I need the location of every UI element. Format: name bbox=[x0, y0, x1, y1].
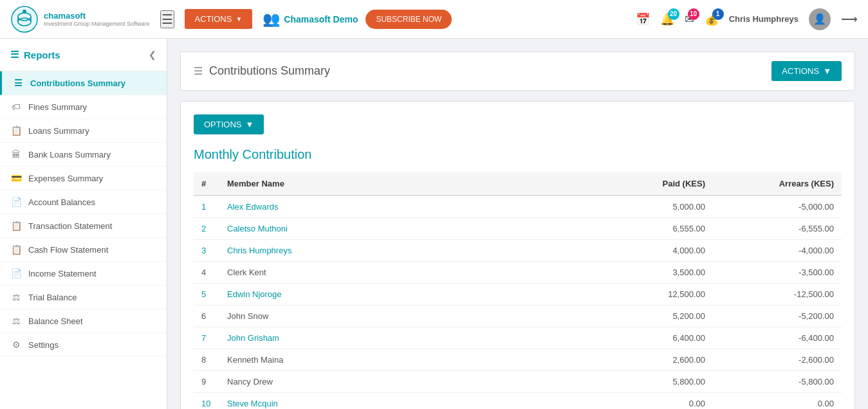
coin-badge: 1 bbox=[712, 8, 724, 20]
sidebar-item-expenses-summary[interactable]: 💳 Expenses Summary bbox=[0, 167, 167, 190]
fines-summary-icon: 🏷 bbox=[10, 102, 22, 112]
cell-name[interactable]: Caletso Muthoni bbox=[219, 218, 597, 240]
cell-arrears: -5,800.00 bbox=[713, 371, 842, 393]
balance-sheet-icon: ⚖ bbox=[10, 316, 22, 326]
logo: chamasoft Investment Group Management So… bbox=[10, 5, 150, 33]
group-icon: 👥 bbox=[263, 11, 280, 28]
cell-num: 6 bbox=[194, 305, 219, 327]
cell-arrears: -6,400.00 bbox=[713, 327, 842, 349]
col-header-arrears: Arrears (KES) bbox=[713, 172, 842, 195]
options-caret: ▼ bbox=[246, 120, 254, 129]
cell-name[interactable]: Steve Mcquin bbox=[219, 393, 597, 410]
sidebar-item-label: Balance Sheet bbox=[28, 316, 83, 326]
cell-arrears: -6,555.00 bbox=[713, 218, 842, 240]
table-row: 3Chris Humphreys4,000.00-4,000.00 bbox=[194, 240, 842, 262]
cell-arrears: -4,000.00 bbox=[713, 240, 842, 262]
group-info: 👥 Chamasoft Demo bbox=[263, 11, 358, 28]
hamburger-button[interactable]: ☰ bbox=[160, 10, 174, 28]
col-header-name: Member Name bbox=[219, 172, 597, 195]
subscribe-button[interactable]: SUBSCRIBE NOW bbox=[365, 10, 452, 29]
sidebar-item-label: Bank Loans Summary bbox=[28, 150, 111, 159]
user-name: Chris Humphreys bbox=[729, 14, 799, 24]
topbar-right: 📅 🔔 20 ✉ 10 💰 1 Chris Humphreys 👤 ⟶ bbox=[636, 8, 858, 30]
cell-num: 3 bbox=[194, 240, 219, 262]
avatar-icon: 👤 bbox=[813, 13, 826, 25]
signout-icon: ⟶ bbox=[841, 13, 858, 26]
cell-paid: 5,800.00 bbox=[597, 371, 713, 393]
cell-num: 4 bbox=[194, 262, 219, 284]
main-content: ☰ Contributions Summary ACTIONS ▼ OPTION… bbox=[167, 39, 868, 409]
coin-button[interactable]: 💰 1 bbox=[705, 12, 719, 26]
logo-icon bbox=[10, 5, 39, 33]
top-actions-button[interactable]: ACTIONS ▼ bbox=[185, 9, 253, 29]
avatar: 👤 bbox=[809, 8, 831, 30]
cell-paid: 2,600.00 bbox=[597, 349, 713, 371]
caret-icon: ▼ bbox=[235, 15, 242, 23]
sidebar-item-bank-loans-summary[interactable]: 🏛 Bank Loans Summary bbox=[0, 143, 167, 167]
cell-paid: 0.00 bbox=[597, 393, 713, 410]
table-row: 9Nancy Drew5,800.00-5,800.00 bbox=[194, 371, 842, 393]
sidebar-item-contributions-summary[interactable]: ☰ Contributions Summary bbox=[0, 71, 167, 95]
sidebar-item-trial-balance[interactable]: ⚖ Trial Balance bbox=[0, 286, 167, 309]
bell-button[interactable]: 🔔 20 bbox=[660, 12, 674, 26]
cell-paid: 12,500.00 bbox=[597, 284, 713, 305]
bank-loans-icon: 🏛 bbox=[10, 149, 22, 159]
transaction-icon: 📋 bbox=[10, 221, 22, 231]
cell-name[interactable]: Chris Humphreys bbox=[219, 240, 597, 262]
sidebar-item-transaction-statement[interactable]: 📋 Transaction Statement bbox=[0, 214, 167, 238]
cash-flow-icon: 📋 bbox=[10, 244, 22, 255]
logo-text: chamasoft bbox=[44, 11, 150, 21]
sidebar-item-label: Cash Flow Statement bbox=[28, 245, 108, 255]
sidebar-collapse-button[interactable]: ❮ bbox=[149, 50, 156, 60]
cell-name[interactable]: John Grisham bbox=[219, 327, 597, 349]
cell-paid: 6,555.00 bbox=[597, 218, 713, 240]
sidebar-item-label: Income Statement bbox=[28, 269, 97, 278]
calendar-button[interactable]: 📅 bbox=[636, 12, 650, 26]
options-button[interactable]: OPTIONS ▼ bbox=[194, 114, 264, 134]
cell-name[interactable]: Alex Edwards bbox=[219, 195, 597, 218]
sidebar-item-fines-summary[interactable]: 🏷 Fines Summary bbox=[0, 95, 167, 119]
sidebar-item-cash-flow-statement[interactable]: 📋 Cash Flow Statement bbox=[0, 238, 167, 262]
col-header-num: # bbox=[194, 172, 219, 195]
sidebar-item-account-balances[interactable]: 📄 Account Balances bbox=[0, 190, 167, 214]
bell-badge: 20 bbox=[668, 8, 679, 20]
sidebar: ☰ Reports ❮ ☰ Contributions Summary 🏷 Fi… bbox=[0, 39, 167, 409]
cell-num: 1 bbox=[194, 195, 219, 218]
cell-arrears: -3,500.00 bbox=[713, 262, 842, 284]
table-row: 6John Snow5,200.00-5,200.00 bbox=[194, 305, 842, 327]
account-balances-icon: 📄 bbox=[10, 197, 22, 207]
cell-num: 5 bbox=[194, 284, 219, 305]
cell-paid: 6,400.00 bbox=[597, 327, 713, 349]
envelope-button[interactable]: ✉ 10 bbox=[685, 12, 694, 26]
sidebar-title-icon: ☰ bbox=[10, 49, 19, 60]
table-header-row: # Member Name Paid (KES) Arrears (KES) bbox=[194, 172, 842, 195]
logo-sub: Investment Group Management Software bbox=[44, 21, 150, 27]
sidebar-item-settings[interactable]: ⚙ Settings bbox=[0, 333, 167, 357]
cell-name: John Snow bbox=[219, 305, 597, 327]
sidebar-item-balance-sheet[interactable]: ⚖ Balance Sheet bbox=[0, 309, 167, 333]
cell-arrears: 0.00 bbox=[713, 393, 842, 410]
cell-name: Kenneth Maina bbox=[219, 349, 597, 371]
sidebar-item-income-statement[interactable]: 📄 Income Statement bbox=[0, 262, 167, 286]
page-header: ☰ Contributions Summary ACTIONS ▼ bbox=[180, 51, 855, 91]
sidebar-header: ☰ Reports ❮ bbox=[0, 39, 167, 71]
cell-arrears: -5,000.00 bbox=[713, 195, 842, 218]
sidebar-item-label: Transaction Statement bbox=[28, 221, 112, 231]
cell-name[interactable]: Edwin Njoroge bbox=[219, 284, 597, 305]
sidebar-item-label: Account Balances bbox=[28, 197, 95, 207]
sidebar-item-label: Expenses Summary bbox=[28, 174, 103, 183]
content-box: OPTIONS ▼ Monthly Contribution # Member … bbox=[180, 101, 855, 409]
envelope-badge: 10 bbox=[688, 8, 699, 20]
sidebar-item-loans-summary[interactable]: 📋 Loans Summary bbox=[0, 119, 167, 143]
sidebar-title: ☰ Reports bbox=[10, 49, 60, 60]
page-actions-caret: ▼ bbox=[823, 66, 831, 76]
trial-balance-icon: ⚖ bbox=[10, 292, 22, 302]
page-actions-button[interactable]: ACTIONS ▼ bbox=[771, 61, 842, 81]
table-row: 1Alex Edwards5,000.00-5,000.00 bbox=[194, 195, 842, 218]
sidebar-item-label: Settings bbox=[28, 340, 59, 350]
table-row: 8Kenneth Maina2,600.00-2,600.00 bbox=[194, 349, 842, 371]
contributions-table: # Member Name Paid (KES) Arrears (KES) 1… bbox=[194, 172, 842, 409]
signout-button[interactable]: ⟶ bbox=[841, 12, 858, 26]
table-row: 10Steve Mcquin0.000.00 bbox=[194, 393, 842, 410]
cell-num: 8 bbox=[194, 349, 219, 371]
